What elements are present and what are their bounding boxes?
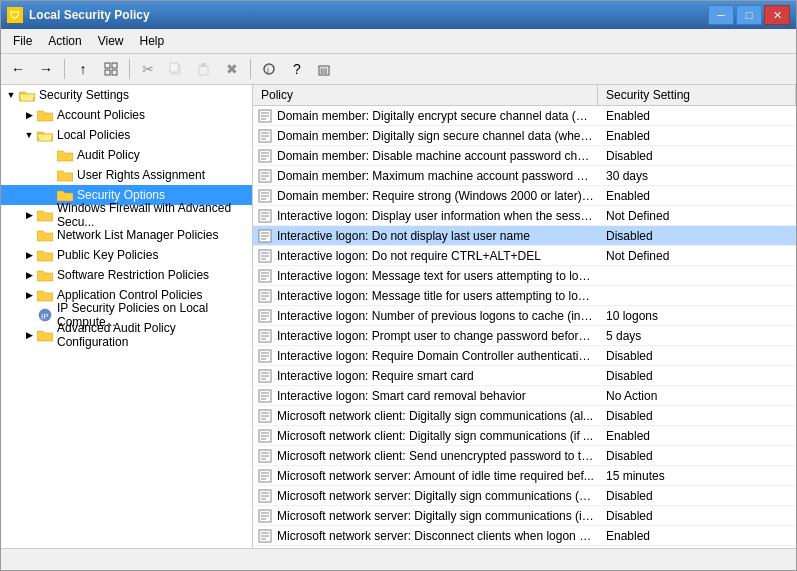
row-setting-11: 5 days [598, 329, 796, 343]
folder-icon-windows-firewall [37, 207, 53, 223]
up-button[interactable]: ↑ [70, 57, 96, 81]
row-setting-21: Enabled [598, 529, 796, 543]
list-row[interactable]: Interactive logon: Prompt user to change… [253, 326, 796, 346]
paste-icon [197, 62, 211, 76]
list-row[interactable]: Domain member: Maximum machine account p… [253, 166, 796, 186]
list-row[interactable]: Interactive logon: Display user informat… [253, 206, 796, 226]
row-setting-7: Not Defined [598, 249, 796, 263]
expander-application-control: ▶ [21, 287, 37, 303]
list-row-highlighted[interactable]: Interactive logon: Do not display last u… [253, 226, 796, 246]
sidebar-item-audit-policy[interactable]: Audit Policy [1, 145, 252, 165]
row-setting-4: Enabled [598, 189, 796, 203]
sidebar-item-network-list[interactable]: Network List Manager Policies [1, 225, 252, 245]
row-icon-8 [253, 266, 273, 286]
sidebar-item-public-key[interactable]: ▶ Public Key Policies [1, 245, 252, 265]
list-row[interactable]: Interactive logon: Do not require CTRL+A… [253, 246, 796, 266]
sidebar-item-account-policies[interactable]: ▶ Account Policies [1, 105, 252, 125]
expander-audit-policy [41, 147, 57, 163]
svg-marker-20 [37, 211, 53, 221]
list-row[interactable]: Microsoft network server: Digitally sign… [253, 506, 796, 526]
close-button[interactable]: ✕ [764, 5, 790, 25]
row-icon-16 [253, 426, 273, 446]
row-policy-19: Microsoft network server: Digitally sign… [273, 489, 598, 503]
policy-icon-2 [258, 149, 272, 163]
sidebar: ▼ Security Settings ▶ Account Polic [1, 85, 253, 548]
back-button[interactable]: ← [5, 57, 31, 81]
help-button[interactable]: ? [284, 57, 310, 81]
row-policy-9: Interactive logon: Message title for use… [273, 289, 598, 303]
menu-action[interactable]: Action [40, 31, 89, 51]
maximize-button[interactable]: □ [736, 5, 762, 25]
expander-windows-firewall: ▶ [21, 207, 37, 223]
icon-ip-security: IP [37, 307, 53, 323]
list-row[interactable]: Microsoft network server: Disconnect cli… [253, 526, 796, 546]
row-setting-19: Disabled [598, 489, 796, 503]
list-row[interactable]: Interactive logon: Require smart card Di… [253, 366, 796, 386]
menu-help[interactable]: Help [132, 31, 173, 51]
sidebar-item-windows-firewall[interactable]: ▶ Windows Firewall with Advanced Secu... [1, 205, 252, 225]
folder-open-icon-local [37, 128, 53, 142]
row-icon-1 [253, 126, 273, 146]
paste-button[interactable] [191, 57, 217, 81]
row-policy-15: Microsoft network client: Digitally sign… [273, 409, 598, 423]
row-icon-7 [253, 246, 273, 266]
menu-view[interactable]: View [90, 31, 132, 51]
svg-marker-27 [37, 331, 53, 341]
folder-icon-software-restriction [37, 267, 53, 283]
list-row[interactable]: Microsoft network server: Amount of idle… [253, 466, 796, 486]
list-row[interactable]: Microsoft network client: Digitally sign… [253, 426, 796, 446]
list-row[interactable]: Interactive logon: Message text for user… [253, 266, 796, 286]
list-row[interactable]: Domain member: Disable machine account p… [253, 146, 796, 166]
folder-icon-public-key [37, 247, 53, 263]
sidebar-item-local-policies[interactable]: ▼ Local Policies [1, 125, 252, 145]
row-policy-4: Domain member: Require strong (Windows 2… [273, 189, 598, 203]
list-row[interactable]: Domain member: Digitally encrypt secure … [253, 106, 796, 126]
svg-point-8 [264, 64, 274, 74]
cut-button[interactable]: ✂ [135, 57, 161, 81]
forward-button[interactable]: → [33, 57, 59, 81]
sidebar-item-software-restriction[interactable]: ▶ Software Restriction Policies [1, 265, 252, 285]
properties-button[interactable]: i [256, 57, 282, 81]
folder-icon-audit-policy [57, 147, 73, 163]
sidebar-item-advanced-audit[interactable]: ▶ Advanced Audit Policy Configuration [1, 325, 252, 345]
minimize-button[interactable]: ─ [708, 5, 734, 25]
list-row[interactable]: Domain member: Digitally sign secure cha… [253, 126, 796, 146]
svg-rect-7 [201, 63, 206, 67]
list-row[interactable]: Interactive logon: Require Domain Contro… [253, 346, 796, 366]
svg-rect-0 [105, 63, 110, 68]
menu-file[interactable]: File [5, 31, 40, 51]
policy-icon-21 [258, 529, 272, 543]
folder-closed-icon-pubkey [37, 248, 53, 262]
show-hide-button[interactable] [98, 57, 124, 81]
col-header-policy[interactable]: Policy [253, 85, 598, 105]
status-bar [1, 548, 796, 570]
svg-marker-22 [37, 251, 53, 261]
title-bar-left: 🛡 Local Security Policy [7, 7, 150, 23]
list-content[interactable]: Domain member: Digitally encrypt secure … [253, 106, 796, 548]
list-row[interactable]: Interactive logon: Message title for use… [253, 286, 796, 306]
row-policy-3: Domain member: Maximum machine account p… [273, 169, 598, 183]
svg-rect-3 [112, 70, 117, 75]
copy-button[interactable] [163, 57, 189, 81]
window-title: Local Security Policy [29, 8, 150, 22]
policy-icon-15 [258, 409, 272, 423]
list-row[interactable]: Microsoft network client: Digitally sign… [253, 406, 796, 426]
row-icon-19 [253, 486, 273, 506]
list-row[interactable]: Interactive logon: Smart card removal be… [253, 386, 796, 406]
row-icon-5 [253, 206, 273, 226]
list-row[interactable]: Microsoft network server: Digitally sign… [253, 486, 796, 506]
list-row[interactable]: Interactive logon: Number of previous lo… [253, 306, 796, 326]
list-row[interactable]: Domain member: Require strong (Windows 2… [253, 186, 796, 206]
row-icon-15 [253, 406, 273, 426]
policy-icon-6 [258, 229, 272, 243]
row-setting-13: Disabled [598, 369, 796, 383]
toolbar: ← → ↑ ✂ ✖ [1, 54, 796, 85]
delete-button[interactable]: ✖ [219, 57, 245, 81]
row-icon-9 [253, 286, 273, 306]
export-button[interactable]: ▤ [312, 57, 338, 81]
sidebar-item-security-settings[interactable]: ▼ Security Settings [1, 85, 252, 105]
sidebar-item-user-rights[interactable]: User Rights Assignment [1, 165, 252, 185]
col-header-setting[interactable]: Security Setting [598, 85, 796, 105]
list-row[interactable]: Microsoft network client: Send unencrypt… [253, 446, 796, 466]
show-hide-icon [104, 62, 118, 76]
